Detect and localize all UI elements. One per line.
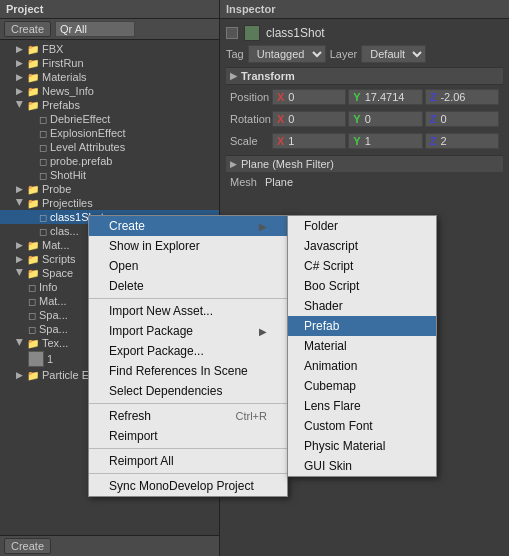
chevron-icon: ▶	[16, 254, 24, 264]
file-icon: ◻	[39, 226, 47, 237]
ctx-label: Import Package	[109, 324, 193, 338]
ctx-delete[interactable]: Delete	[89, 276, 287, 296]
sub-csharp[interactable]: C# Script	[288, 256, 436, 276]
chevron-icon: ▶	[16, 72, 24, 82]
sub-animation[interactable]: Animation	[288, 356, 436, 376]
ctx-label: Sync MonoDevelop Project	[109, 479, 254, 493]
tree-item-projectiles[interactable]: ▶ 📁 Projectiles	[0, 196, 219, 210]
tree-item-probe[interactable]: ▶ ◻ probe.prefab	[0, 154, 219, 168]
sub-material[interactable]: Material	[288, 336, 436, 356]
tree-item-explosioneffect[interactable]: ▶ ◻ ExplosionEffect	[0, 126, 219, 140]
tag-dropdown[interactable]: Untagged	[248, 45, 326, 63]
scale-y-input[interactable]: Y 1	[348, 133, 422, 149]
tree-label: Space	[42, 267, 73, 279]
ctx-label: Export Package...	[109, 344, 204, 358]
scale-z-input[interactable]: Z 2	[425, 133, 499, 149]
ctx-label: Refresh	[109, 409, 151, 423]
chevron-open-icon: ▶	[15, 199, 25, 207]
ctx-reimport-all[interactable]: Reimport All	[89, 451, 287, 471]
ctx-show-in-explorer[interactable]: Show in Explorer	[89, 236, 287, 256]
tree-item-fbx[interactable]: ▶ 📁 FBX	[0, 42, 219, 56]
layer-dropdown[interactable]: Default	[361, 45, 426, 63]
folder-icon: 📁	[27, 58, 39, 69]
tree-item-newsinfo[interactable]: ▶ 📁 News_Info	[0, 84, 219, 98]
sub-javascript[interactable]: Javascript	[288, 236, 436, 256]
ctx-sync-monodevelop[interactable]: Sync MonoDevelop Project	[89, 476, 287, 496]
ctx-find-references[interactable]: Find References In Scene	[89, 361, 287, 381]
folder-icon: 📁	[27, 254, 39, 265]
pos-z-input[interactable]: Z -2.06	[425, 89, 499, 105]
rot-y-input[interactable]: Y 0	[348, 111, 422, 127]
transform-title: Transform	[241, 70, 295, 82]
file-icon: ◻	[28, 282, 36, 293]
search-input[interactable]	[55, 21, 135, 37]
ctx-import-package[interactable]: Import Package ▶	[89, 321, 287, 341]
ctx-reimport[interactable]: Reimport	[89, 426, 287, 446]
ctx-separator-3	[89, 448, 287, 449]
tree-label: probe.prefab	[50, 155, 112, 167]
rot-x-input[interactable]: X 0	[272, 111, 346, 127]
project-toolbar: Create	[0, 19, 219, 40]
folder-icon: 📁	[27, 86, 39, 97]
tree-item-firstrun[interactable]: ▶ 📁 FirstRun	[0, 56, 219, 70]
active-checkbox[interactable]	[226, 27, 238, 39]
sub-cubemap[interactable]: Cubemap	[288, 376, 436, 396]
mesh-filter-title: Plane (Mesh Filter)	[241, 158, 334, 170]
scale-x-input[interactable]: X 1	[272, 133, 346, 149]
tree-label: ExplosionEffect	[50, 127, 126, 139]
sub-folder[interactable]: Folder	[288, 216, 436, 236]
tree-item-materials[interactable]: ▶ 📁 Materials	[0, 70, 219, 84]
mesh-arrow-icon: ▶	[230, 159, 237, 169]
sub-prefab[interactable]: Prefab	[288, 316, 436, 336]
tree-item-shothit[interactable]: ▶ ◻ ShotHit	[0, 168, 219, 182]
tree-label: Prefabs	[42, 99, 80, 111]
ctx-label: Open	[109, 259, 138, 273]
ctx-open[interactable]: Open	[89, 256, 287, 276]
sub-lensflare[interactable]: Lens Flare	[288, 396, 436, 416]
tree-label: Tex...	[42, 337, 68, 349]
create-bottom-button[interactable]: Create	[4, 538, 51, 554]
transform-section[interactable]: ▶ Transform	[226, 67, 503, 85]
ctx-separator-2	[89, 403, 287, 404]
pos-x-input[interactable]: X 0	[272, 89, 346, 105]
context-menu: Create ▶ Show in Explorer Open Delete Im…	[88, 215, 288, 497]
sub-guiskin[interactable]: GUI Skin	[288, 456, 436, 476]
object-name: class1Shot	[266, 26, 325, 40]
folder-icon: 📁	[27, 268, 39, 279]
tag-label: Tag	[226, 48, 244, 60]
sub-shader[interactable]: Shader	[288, 296, 436, 316]
section-arrow-icon: ▶	[230, 71, 237, 81]
tree-label: FirstRun	[42, 57, 84, 69]
rot-z-input[interactable]: Z 0	[425, 111, 499, 127]
ctx-label: Reimport	[109, 429, 158, 443]
tree-label: Materials	[42, 71, 87, 83]
ctx-import-new-asset[interactable]: Import New Asset...	[89, 301, 287, 321]
position-label: Position	[230, 89, 270, 105]
ctx-select-dependencies[interactable]: Select Dependencies	[89, 381, 287, 401]
tree-item-probe2[interactable]: ▶ 📁 Probe	[0, 182, 219, 196]
file-icon: ◻	[39, 142, 47, 153]
sub-customfont[interactable]: Custom Font	[288, 416, 436, 436]
ctx-create-label: Create	[109, 219, 145, 233]
submenu-arrow-icon: ▶	[259, 221, 267, 232]
folder-icon: 📁	[27, 72, 39, 83]
object-icon	[244, 25, 260, 41]
ctx-label: Select Dependencies	[109, 384, 222, 398]
inspector-body: class1Shot Tag Untagged Layer Default ▶ …	[220, 19, 509, 194]
file-icon: ◻	[39, 170, 47, 181]
sub-physicmaterial[interactable]: Physic Material	[288, 436, 436, 456]
tree-item-debrieeffect[interactable]: ▶ ◻ DebrieEffect	[0, 112, 219, 126]
ctx-label: Show in Explorer	[109, 239, 200, 253]
pos-y-input[interactable]: Y 17.4714	[348, 89, 422, 105]
tree-label: FBX	[42, 43, 63, 55]
folder-icon: 📁	[27, 338, 39, 349]
ctx-export-package[interactable]: Export Package...	[89, 341, 287, 361]
ctx-refresh[interactable]: Refresh Ctrl+R	[89, 406, 287, 426]
tree-item-prefabs[interactable]: ▶ 📁 Prefabs	[0, 98, 219, 112]
sub-boo[interactable]: Boo Script	[288, 276, 436, 296]
create-button[interactable]: Create	[4, 21, 51, 37]
tree-label: Mat...	[39, 295, 67, 307]
chevron-icon: ▶	[16, 370, 24, 380]
tree-item-levelattributes[interactable]: ▶ ◻ Level Attributes	[0, 140, 219, 154]
ctx-create[interactable]: Create ▶	[89, 216, 287, 236]
